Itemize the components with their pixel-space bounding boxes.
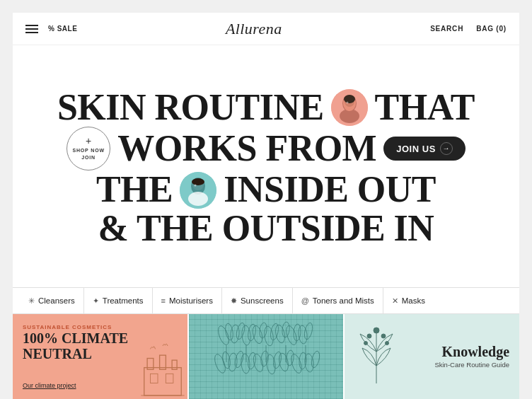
moisturiser-icon: ≡ [161, 296, 166, 305]
hero-avatar-1 [331, 89, 368, 126]
mask-label: Masks [402, 296, 425, 305]
avatar-person-1 [331, 89, 368, 126]
hero-text-line3b: INSIDE OUT [224, 170, 436, 209]
header-right: SEARCH BAG (0) [430, 25, 507, 33]
hero-line-2: + SHOP NOWJOIN WORKS FROM JOIN US → [57, 127, 475, 170]
category-toners[interactable]: @ Toners and Mists [293, 288, 383, 313]
svg-point-9 [188, 192, 208, 206]
treatment-label: Treatments [103, 296, 144, 305]
shop-now-plus-icon: + [86, 136, 91, 146]
card-knowledge-subtitle: Skin-Care Routine Guide [434, 360, 509, 369]
svg-point-38 [233, 350, 245, 369]
hero-text-line1b: THAT [375, 88, 475, 127]
card-knowledge-content: Knowledge Skin-Care Routine Guide [434, 344, 509, 369]
svg-point-26 [259, 322, 268, 338]
svg-point-57 [374, 328, 379, 333]
svg-point-22 [235, 322, 246, 340]
hero-text-line2: WORKS FROM [117, 129, 376, 168]
svg-point-37 [228, 353, 238, 372]
page-wrapper: % SALE Allurena SEARCH BAG (0) SKIN ROUT… [13, 13, 519, 399]
svg-point-60 [364, 342, 368, 345]
svg-point-30 [282, 322, 290, 338]
svg-rect-15 [166, 374, 173, 383]
join-us-label: JOIN US [396, 144, 436, 154]
join-us-arrow-icon: → [440, 142, 453, 155]
hero-line-4: & THE OUTSIDE IN [57, 209, 475, 248]
factory-illustration [138, 342, 187, 399]
category-masks[interactable]: ✕ Masks [383, 288, 434, 313]
hero-avatar-2 [180, 172, 216, 209]
shop-now-label: SHOP NOWJOIN [72, 147, 104, 161]
svg-rect-13 [144, 368, 181, 395]
svg-point-58 [367, 334, 371, 338]
treatment-icon: ✦ [93, 296, 99, 306]
svg-point-11 [192, 178, 204, 185]
svg-point-25 [251, 325, 264, 345]
shop-now-button[interactable]: + SHOP NOWJOIN [66, 127, 110, 170]
category-moisturisers[interactable]: ≡ Moisturisers [153, 288, 222, 313]
leaves-illustration [209, 314, 323, 399]
hero-line-3: THE INSIDE [57, 170, 475, 209]
svg-point-33 [298, 325, 308, 344]
card-pattern-bg [189, 314, 344, 399]
hamburger-menu[interactable] [25, 25, 38, 33]
cleanser-icon: ✳ [28, 296, 35, 306]
category-cleansers[interactable]: ✳ Cleansers [20, 288, 84, 313]
site-header: % SALE Allurena SEARCH BAG (0) [13, 13, 519, 45]
svg-point-43 [265, 354, 277, 374]
category-treatments[interactable]: ✦ Treatments [84, 288, 153, 313]
browser-chrome: % SALE Allurena SEARCH BAG (0) SKIN ROUT… [0, 0, 532, 399]
svg-point-19 [216, 325, 231, 346]
svg-point-31 [284, 325, 299, 346]
hero-text-line1a: SKIN ROUTINE [57, 88, 324, 127]
svg-point-29 [274, 324, 286, 344]
category-sunscreens[interactable]: ✸ Sunscreens [222, 288, 293, 313]
avatar-person-2 [180, 172, 216, 209]
hero-line-1: SKIN ROUTINE [57, 88, 475, 127]
card-botanical-dark [189, 314, 345, 399]
toner-label: Toners and Mists [313, 296, 374, 305]
mask-icon: ✕ [392, 296, 398, 306]
join-us-button[interactable]: JOIN US → [383, 137, 466, 161]
svg-point-20 [224, 323, 234, 340]
svg-point-5 [344, 95, 355, 103]
svg-point-59 [381, 334, 386, 338]
card-knowledge[interactable]: Knowledge Skin-Care Routine Guide [345, 314, 519, 399]
search-button[interactable]: SEARCH [430, 25, 463, 33]
cleanser-label: Cleansers [38, 296, 75, 305]
svg-rect-14 [150, 374, 158, 383]
sunscreen-label: Sunscreens [241, 296, 284, 305]
svg-point-34 [303, 322, 314, 340]
svg-point-28 [270, 323, 280, 341]
hero-text-line3a: THE [96, 170, 173, 209]
moisturiser-label: Moisturisers [169, 296, 213, 305]
hero-section: SKIN ROUTINE [13, 45, 519, 287]
cards-row: SUSTAINABLE COSMETICS 100% CLIMATE NEUTR… [13, 314, 519, 399]
site-logo[interactable]: Allurena [226, 20, 282, 38]
sunscreen-icon: ✸ [231, 296, 237, 306]
card-climate-label: SUSTAINABLE COSMETICS [23, 324, 178, 330]
botanical-icon [352, 323, 401, 390]
hero-text-block: SKIN ROUTINE [57, 81, 475, 252]
svg-point-24 [247, 323, 257, 341]
svg-point-61 [386, 342, 389, 345]
svg-point-12 [195, 184, 197, 186]
bag-button[interactable]: BAG (0) [476, 25, 507, 33]
card-climate[interactable]: SUSTAINABLE COSMETICS 100% CLIMATE NEUTR… [13, 314, 189, 399]
svg-point-39 [241, 354, 250, 374]
sale-label[interactable]: % SALE [48, 25, 77, 33]
svg-point-35 [213, 353, 228, 374]
svg-point-41 [252, 353, 265, 373]
toner-icon: @ [301, 296, 309, 305]
svg-point-45 [277, 352, 289, 372]
svg-point-6 [346, 101, 348, 103]
hero-text-line4: & THE OUTSIDE IN [98, 209, 434, 248]
svg-point-47 [289, 353, 303, 374]
svg-point-50 [310, 350, 321, 369]
header-left: % SALE [25, 25, 77, 33]
categories-nav: ✳ Cleansers ✦ Treatments ≡ Moisturisers … [13, 287, 519, 314]
card-knowledge-title: Knowledge [434, 344, 509, 360]
